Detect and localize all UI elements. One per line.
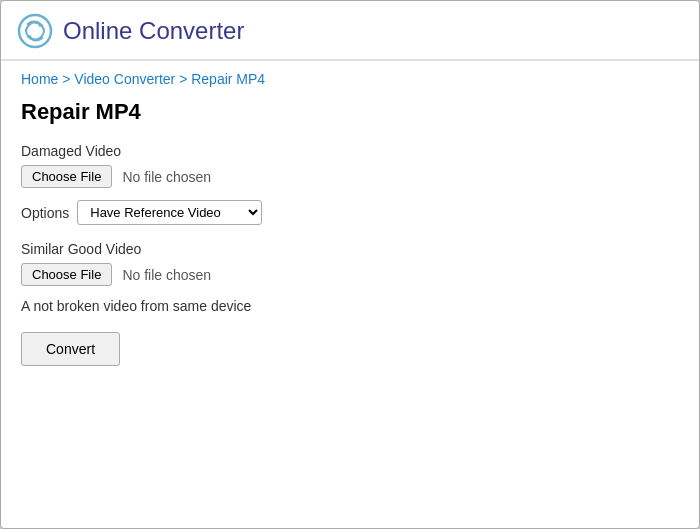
similar-good-video-row: Choose File No file chosen <box>21 263 679 286</box>
breadcrumb-home[interactable]: Home <box>21 71 58 87</box>
breadcrumb-sep1: > <box>58 71 74 87</box>
similar-good-video-choose-file-button[interactable]: Choose File <box>21 263 112 286</box>
damaged-video-choose-file-button[interactable]: Choose File <box>21 165 112 188</box>
header: Online Converter <box>1 1 699 60</box>
main-content: Home > Video Converter > Repair MP4 Repa… <box>1 61 699 386</box>
similar-good-video-label: Similar Good Video <box>21 241 679 257</box>
breadcrumb-current: Repair MP4 <box>191 71 265 87</box>
logo-icon <box>17 13 53 49</box>
app-window: Online Converter Home > Video Converter … <box>0 0 700 529</box>
damaged-video-row: Choose File No file chosen <box>21 165 679 188</box>
convert-button[interactable]: Convert <box>21 332 120 366</box>
options-row: Options Have Reference Video No Referenc… <box>21 200 679 225</box>
similar-good-video-hint: A not broken video from same device <box>21 298 679 314</box>
page-title: Repair MP4 <box>21 99 679 125</box>
options-select[interactable]: Have Reference Video No Reference Video <box>77 200 262 225</box>
damaged-video-label: Damaged Video <box>21 143 679 159</box>
breadcrumb-sep2: > <box>175 71 191 87</box>
svg-point-0 <box>19 15 51 47</box>
breadcrumb: Home > Video Converter > Repair MP4 <box>21 71 679 87</box>
app-title: Online Converter <box>63 17 244 45</box>
similar-good-video-no-file: No file chosen <box>122 267 211 283</box>
options-label: Options <box>21 205 69 221</box>
damaged-video-no-file: No file chosen <box>122 169 211 185</box>
breadcrumb-video-converter[interactable]: Video Converter <box>74 71 175 87</box>
